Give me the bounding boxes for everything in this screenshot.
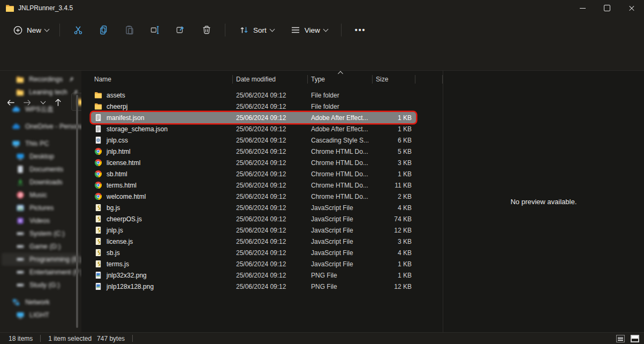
delete-button[interactable]: [196, 20, 217, 40]
file-row-welcome-html[interactable]: welcome.html25/06/2024 09:12Chrome HTML …: [91, 191, 416, 202]
sidebar-item-recordings[interactable]: Recordings: [2, 73, 80, 86]
column-header-name[interactable]: Name: [81, 71, 233, 88]
file-row-license-html[interactable]: license.html25/06/2024 09:12Chrome HTML …: [91, 157, 416, 168]
file-name-cell: bg.js: [91, 204, 233, 212]
file-row-sb-js[interactable]: sb.js25/06/2024 09:12JavaScript File4 KB: [91, 247, 416, 258]
status-bar: 18 items 1 item selected 747 bytes: [0, 332, 644, 344]
file-date-modified: 25/06/2024 09:12: [233, 114, 308, 122]
drive-icon: [16, 242, 25, 251]
file-name: cheerpOS.js: [107, 215, 142, 223]
sidebar-item-music[interactable]: Music: [2, 189, 80, 201]
copy-button[interactable]: [94, 20, 114, 40]
file-name-cell: jnlp.css: [91, 136, 233, 144]
status-divider: [40, 335, 41, 342]
file-row-cheerpos-js[interactable]: cheerpOS.js25/06/2024 09:12JavaScript Fi…: [91, 213, 416, 225]
paste-button[interactable]: [119, 20, 140, 40]
sidebar-item-documents[interactable]: Documents: [2, 163, 80, 176]
selection-size: 747 bytes: [97, 335, 125, 342]
file-name: jnlp32x32.png: [107, 272, 147, 279]
thumbnail-view-button[interactable]: [629, 334, 641, 343]
column-header-extra: [415, 71, 443, 88]
sidebar-item-wps[interactable]: WPS云盘: [2, 103, 80, 116]
share-button[interactable]: [171, 20, 191, 40]
file-row-jnlp-js[interactable]: jnlp.js25/06/2024 09:12JavaScript File12…: [91, 225, 416, 236]
file-row-sb-html[interactable]: sb.html25/06/2024 09:12Chrome HTML Do...…: [91, 168, 416, 180]
chrome-icon: [94, 159, 102, 167]
file-name-cell: jnlp32x32.png: [91, 271, 233, 279]
sidebar-item-label: This PC: [25, 140, 49, 147]
doc-icon: [94, 125, 102, 133]
rename-button[interactable]: [145, 20, 165, 40]
file-row-bg-js[interactable]: bg.js25/06/2024 09:12JavaScript File4 KB: [91, 202, 416, 213]
details-view-button[interactable]: [615, 334, 626, 343]
file-row-terms-html[interactable]: terms.html25/06/2024 09:12Chrome HTML Do…: [91, 180, 416, 191]
sidebar-item-label: Leaning tech: [29, 88, 67, 96]
file-row-license-js[interactable]: license.js25/06/2024 09:12JavaScript Fil…: [91, 236, 416, 247]
folder-icon: [16, 88, 24, 96]
column-header-type[interactable]: Type: [308, 71, 373, 88]
file-row-storage-schema-json[interactable]: storage_schema.json25/06/2024 09:12Adobe…: [91, 123, 416, 134]
sidebar-item-network[interactable]: Network: [2, 296, 80, 309]
file-size: 1 KB: [373, 114, 416, 122]
sort-button[interactable]: Sort: [234, 21, 279, 39]
chevron-down-icon: [44, 27, 50, 32]
sidebar-item-study-g[interactable]: Study (G:): [2, 279, 80, 291]
cut-icon: [73, 25, 84, 35]
sidebar-item-this-pc[interactable]: This PC: [2, 137, 80, 150]
file-name-cell: jnlp.html: [91, 147, 233, 155]
sidebar-item-onedrive-personal[interactable]: OneDrive - Personal: [2, 120, 80, 133]
sidebar-item-videos[interactable]: Videos: [2, 214, 80, 227]
file-row-manifest-json[interactable]: manifest.json25/06/2024 09:12Adobe After…: [91, 112, 416, 123]
thumbnail-view-icon: [631, 335, 639, 342]
paste-icon: [124, 25, 135, 35]
file-date-modified: 25/06/2024 09:12: [233, 249, 308, 257]
sidebar-item-leaning-tech[interactable]: Leaning tech: [2, 86, 80, 99]
file-name: terms.html: [107, 182, 137, 189]
column-header-size[interactable]: Size: [373, 71, 415, 88]
file-name-cell: welcome.html: [91, 192, 233, 200]
view-button[interactable]: View: [285, 21, 332, 39]
close-button[interactable]: [619, 0, 644, 16]
minimize-button[interactable]: [570, 0, 595, 16]
sort-ascending-icon: [338, 71, 343, 77]
chevron-down-icon: [323, 27, 328, 32]
sidebar-item-downloads[interactable]: Downloads: [2, 176, 80, 189]
file-row-assets[interactable]: assets25/06/2024 09:12File folder: [91, 89, 416, 101]
sidebar-item-entertainment-f[interactable]: Entertainment (F:): [2, 266, 80, 279]
column-header-date-modified[interactable]: Date modified: [233, 71, 308, 88]
sidebar-item-system-c[interactable]: System (C:): [2, 227, 80, 240]
file-size: 1 KB: [373, 272, 416, 279]
sidebar-item-game-d[interactable]: Game (D:): [2, 240, 80, 253]
file-row-jnlp-html[interactable]: jnlp.html25/06/2024 09:12Chrome HTML Do.…: [91, 146, 416, 157]
more-options-button[interactable]: •••: [350, 22, 371, 38]
more-options-icon: •••: [355, 26, 366, 34]
file-size: 12 KB: [373, 227, 416, 234]
file-name: assets: [107, 92, 125, 99]
folder-icon: [5, 4, 14, 13]
sidebar-item-programming-e[interactable]: Programming (E:): [2, 253, 80, 266]
cloud-icon: [12, 105, 20, 114]
sort-icon: [239, 25, 249, 35]
file-row-jnlp-css[interactable]: jnlp.css25/06/2024 09:12Cascading Style …: [91, 134, 416, 146]
png-icon: [94, 282, 102, 290]
sidebar-item-pictures[interactable]: Pictures: [2, 201, 80, 214]
sidebar-item-light[interactable]: LIGHT: [2, 309, 80, 321]
file-type: Adobe After Effect...: [308, 114, 373, 122]
item-count: 18 items: [9, 335, 33, 342]
sidebar-item-label: WPS云盘: [25, 105, 54, 114]
maximize-button[interactable]: [595, 0, 619, 16]
file-name-cell: license.html: [91, 159, 233, 167]
cut-button[interactable]: [68, 20, 88, 40]
file-type: PNG File: [308, 272, 373, 279]
new-button[interactable]: New: [7, 21, 54, 39]
file-row-cheerpj[interactable]: cheerpj25/06/2024 09:12File folder: [91, 101, 416, 112]
file-row-terms-js[interactable]: terms.js25/06/2024 09:12JavaScript File1…: [91, 258, 416, 270]
view-button-label: View: [305, 26, 320, 34]
sidebar-item-desktop[interactable]: Desktop: [2, 150, 80, 163]
sidebar-item-label: Videos: [29, 217, 50, 225]
sidebar-scrollbar[interactable]: [76, 95, 78, 328]
drive-icon: [16, 255, 25, 264]
file-row-jnlp32x32-png[interactable]: jnlp32x32.png25/06/2024 09:12PNG File1 K…: [91, 270, 416, 281]
file-row-jnlp128x128-png[interactable]: jnlp128x128.png25/06/2024 09:12PNG File1…: [91, 281, 416, 292]
file-size: 12 KB: [373, 283, 416, 290]
